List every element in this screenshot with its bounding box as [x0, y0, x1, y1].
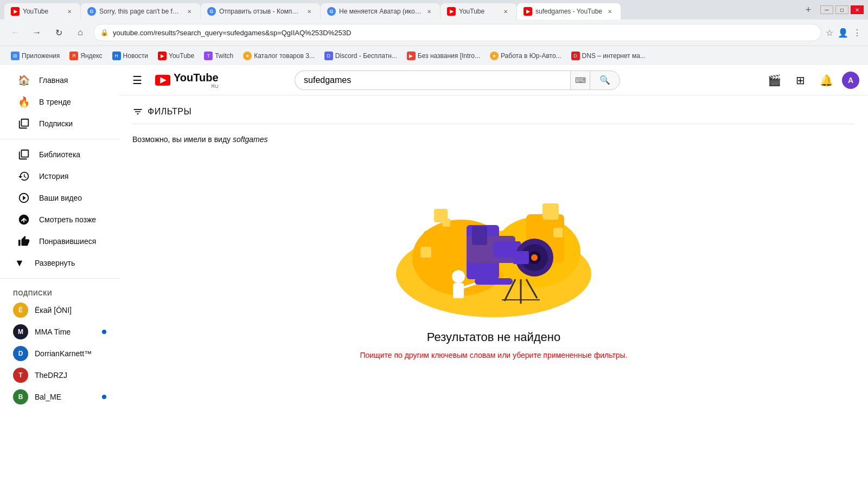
- yt-logo[interactable]: YouTube RU: [155, 72, 219, 89]
- search-input[interactable]: [295, 70, 570, 90]
- address-bar[interactable]: 🔒 youtube.com/results?search_query=sufed…: [93, 24, 821, 41]
- minimize-button[interactable]: ─: [820, 5, 833, 14]
- bookmark-bk8[interactable]: ▶Без названия [Intro...: [403, 49, 484, 62]
- create-video-button[interactable]: 🎬: [764, 69, 786, 91]
- bookmark-favicon-bk10: D: [571, 52, 580, 60]
- bookmark-bk10[interactable]: DDNS – интернет ма...: [567, 49, 650, 62]
- bookmark-favicon-bk6: ●: [243, 52, 252, 60]
- sidebar-item-subscriptions[interactable]: Подписки: [4, 113, 115, 134]
- tab-close-tab2[interactable]: ✕: [185, 7, 194, 16]
- suggestion-text: Возможно, вы имели в виду softgames: [132, 135, 855, 144]
- maximize-button[interactable]: □: [835, 5, 848, 14]
- url-text: youtube.com/results?search_query=sufedga…: [113, 29, 814, 37]
- subscription-item-2[interactable]: M MMA Time: [0, 321, 119, 343]
- sidebar-label-liked: Понравившиеся: [39, 237, 96, 246]
- suggestion-prefix: Возможно, вы имели в виду: [132, 135, 233, 144]
- subscription-item-4[interactable]: T TheDRZJ: [0, 364, 119, 386]
- bookmark-bk7[interactable]: DDiscord - Бесплатн...: [320, 49, 401, 62]
- yt-logo-text-group: YouTube RU: [174, 72, 219, 89]
- tab-favicon-tab3: G: [207, 7, 216, 16]
- forward-button[interactable]: →: [28, 24, 46, 41]
- notifications-button[interactable]: 🔔: [816, 69, 838, 91]
- tab-close-tab5[interactable]: ✕: [501, 7, 510, 16]
- sub-name-5: Bal_ME: [35, 393, 61, 401]
- tab-close-tab1[interactable]: ✕: [65, 7, 74, 16]
- browser-tab-tab4[interactable]: GНе меняется Аватар (иконка...✕: [321, 3, 440, 20]
- bookmark-bk2[interactable]: ЯЯндекс: [65, 49, 106, 62]
- tab-close-tab4[interactable]: ✕: [425, 7, 433, 16]
- new-tab-button[interactable]: +: [801, 2, 816, 17]
- sub-avatar-4: T: [13, 368, 28, 383]
- bookmark-bk6[interactable]: ●Каталог товаров 3...: [239, 49, 319, 62]
- tabs-container: ▶YouTube✕GSorry, this page can't be foun…: [4, 0, 799, 20]
- bookmark-favicon-bk3: Н: [112, 52, 121, 60]
- bookmark-bk5[interactable]: TTwitch: [200, 49, 238, 62]
- library-icon: [17, 148, 30, 161]
- bookmark-star-icon[interactable]: ☆: [826, 28, 833, 38]
- reload-button[interactable]: ↻: [50, 24, 67, 41]
- user-avatar[interactable]: А: [842, 72, 859, 89]
- browser-tab-tab2[interactable]: GSorry, this page can't be found...✕: [81, 3, 200, 20]
- apps-button[interactable]: ⊞: [790, 69, 812, 91]
- svg-rect-23: [475, 278, 513, 285]
- sub-name-3: DorrianKarnett™: [35, 349, 92, 358]
- browser-tab-tab5[interactable]: ▶YouTube✕: [441, 3, 516, 20]
- sidebar-item-trending[interactable]: 🔥 В тренде: [4, 91, 115, 113]
- subscription-item-3[interactable]: D DorrianKarnett™: [0, 343, 119, 364]
- bookmark-label-bk9: Работа в Юр-Авто...: [501, 52, 561, 60]
- keyboard-button[interactable]: ⌨: [570, 70, 590, 90]
- sidebar-item-home[interactable]: 🏠 Главная: [4, 69, 115, 91]
- subscription-item-1[interactable]: Ё Ёкай [ÖNI]: [0, 299, 119, 321]
- yt-main: ☰ YouTube RU ⌨ 🔍 🎬 ⊞: [119, 65, 868, 488]
- svg-rect-24: [553, 228, 563, 237]
- svg-point-20: [452, 270, 465, 283]
- home-button[interactable]: ⌂: [72, 24, 89, 41]
- subscriptions-icon: [17, 117, 30, 130]
- browser-tab-tab1[interactable]: ▶YouTube✕: [4, 3, 80, 20]
- hamburger-menu-button[interactable]: ☰: [128, 69, 146, 91]
- svg-rect-5: [542, 203, 559, 220]
- bookmark-label-bk3: Новости: [123, 52, 148, 60]
- window-controls: ─ □ ✕: [820, 5, 864, 14]
- sidebar-item-library[interactable]: Библиотека: [4, 144, 115, 165]
- title-bar: ▶YouTube✕GSorry, this page can't be foun…: [0, 0, 868, 20]
- bookmark-bk3[interactable]: ННовости: [108, 49, 152, 62]
- browser-tab-tab3[interactable]: GОтправить отзыв - Компьютер...✕: [201, 3, 320, 20]
- sidebar-label-library: Библиотека: [39, 150, 80, 159]
- suggestion-term[interactable]: softgames: [233, 135, 268, 144]
- content-area: 🏠 Главная 🔥 В тренде Подписки Библиотека: [0, 65, 868, 488]
- svg-rect-21: [453, 283, 464, 298]
- yt-search-container: ⌨ 🔍: [295, 70, 620, 90]
- back-button[interactable]: ←: [7, 24, 24, 41]
- svg-rect-15: [513, 251, 529, 264]
- expand-button[interactable]: ▼ Развернуть: [0, 252, 119, 274]
- bookmark-label-bk7: Discord - Бесплатн...: [335, 52, 397, 60]
- subscription-item-5[interactable]: B Bal_ME: [0, 386, 119, 408]
- sub-avatar-5: B: [13, 389, 28, 404]
- filters-bar: ФИЛЬТРЫ: [132, 106, 855, 124]
- sidebar-item-your-videos[interactable]: Ваши видео: [4, 187, 115, 209]
- subscriptions-section-title: ПОДПИСКИ: [0, 283, 119, 299]
- close-button[interactable]: ✕: [851, 5, 864, 14]
- yt-logo-icon: [155, 75, 170, 86]
- sidebar-item-history[interactable]: История: [4, 165, 115, 187]
- sidebar-item-watch-later[interactable]: Смотреть позже: [4, 209, 115, 230]
- tab-close-tab6[interactable]: ✕: [605, 7, 614, 16]
- tab-close-tab3[interactable]: ✕: [305, 7, 314, 16]
- bookmark-favicon-bk1: ⊞: [11, 52, 20, 60]
- browser-tab-tab6[interactable]: ▶sufedgames - YouTube✕: [517, 3, 621, 20]
- your-videos-icon: [17, 191, 30, 204]
- bookmark-bk9[interactable]: ●Работа в Юр-Авто...: [486, 49, 566, 62]
- address-bar-row: ← → ↻ ⌂ 🔒 youtube.com/results?search_que…: [0, 20, 868, 46]
- trending-icon: 🔥: [17, 95, 30, 108]
- bookmark-favicon-bk8: ▶: [407, 52, 416, 60]
- yt-play-icon: [160, 77, 167, 84]
- expand-label: Развернуть: [35, 259, 75, 267]
- browser-frame: ▶YouTube✕GSorry, this page can't be foun…: [0, 0, 868, 488]
- menu-icon[interactable]: ⋮: [853, 28, 861, 38]
- profile-icon[interactable]: 👤: [838, 28, 848, 38]
- bookmark-bk4[interactable]: ▶YouTube: [154, 49, 199, 62]
- sidebar-item-liked[interactable]: Понравившиеся: [4, 230, 115, 252]
- search-button[interactable]: 🔍: [590, 70, 620, 90]
- bookmark-bk1[interactable]: ⊞Приложения: [7, 49, 64, 62]
